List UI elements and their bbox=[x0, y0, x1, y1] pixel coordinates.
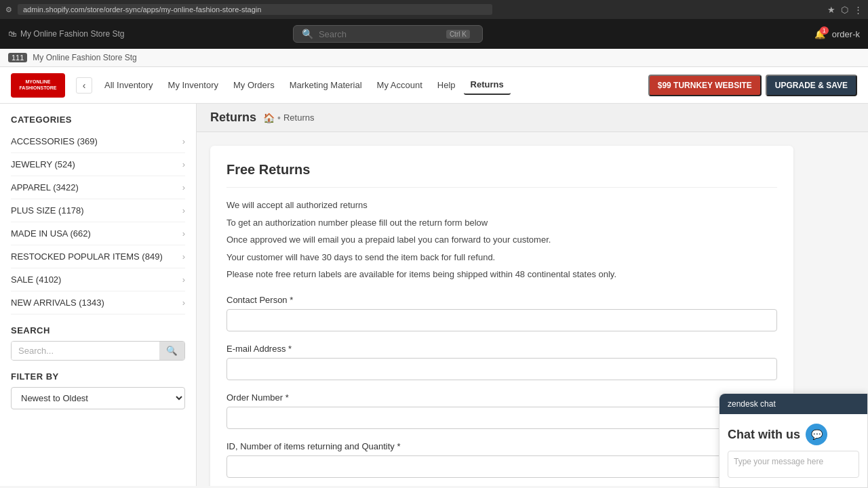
chat-icon: 💬 bbox=[806, 424, 827, 445]
bookmark-icon[interactable]: ★ bbox=[827, 5, 835, 15]
nav-marketing-material[interactable]: Marketing Material bbox=[283, 76, 369, 94]
chevron-right-icon: › bbox=[182, 205, 185, 216]
nav-all-inventory[interactable]: All Inventory bbox=[98, 76, 160, 94]
category-sale-label: SALE (4102) bbox=[11, 274, 61, 285]
id-items-qty-input[interactable] bbox=[226, 455, 777, 478]
returns-info-line-2: To get an authorization number please fi… bbox=[226, 216, 777, 230]
category-made-in-usa-label: MADE IN USA (662) bbox=[11, 228, 91, 239]
sidebar: CATEGORIES ACCESSORIES (369) › JEWELRY (… bbox=[0, 104, 197, 486]
shopify-icon: 🛍 bbox=[8, 29, 16, 39]
category-made-in-usa[interactable]: MADE IN USA (662) › bbox=[11, 222, 185, 245]
returns-info-line-4: Your customer will have 30 days to send … bbox=[226, 251, 777, 264]
notification-badge: 1 bbox=[820, 26, 829, 35]
sidebar-search-wrap[interactable]: 🔍 bbox=[11, 341, 185, 361]
sidebar-search-button[interactable]: 🔍 bbox=[159, 342, 184, 360]
chevron-right-icon: › bbox=[182, 182, 185, 192]
chat-widget: zendesk chat Chat with us 💬 Type your me… bbox=[719, 393, 868, 488]
chevron-right-icon: › bbox=[182, 159, 185, 169]
contact-person-label: Contact Person * bbox=[226, 295, 777, 305]
logo-image: MYONLINEFASHIONSTORE bbox=[11, 73, 65, 98]
returns-info: We will accept all authorized returns To… bbox=[226, 199, 777, 281]
search-shortcut: Ctrl K bbox=[446, 30, 470, 39]
categories-section: CATEGORIES ACCESSORIES (369) › JEWELRY (… bbox=[0, 104, 196, 325]
email-address-input[interactable] bbox=[226, 358, 777, 380]
returns-info-line-3: Once approved we will email you a prepai… bbox=[226, 233, 777, 247]
category-sale[interactable]: SALE (4102) › bbox=[11, 268, 185, 291]
chat-body: Chat with us 💬 Type your message here bbox=[719, 414, 867, 487]
store-name: My Online Fashion Store Stg bbox=[20, 29, 124, 39]
sidebar-search-title: SEARCH bbox=[11, 325, 185, 336]
chat-title-text: Chat with us bbox=[728, 428, 800, 442]
chevron-right-icon: › bbox=[182, 136, 185, 146]
store-header: 111 My Online Fashion Store Stg bbox=[0, 49, 868, 67]
chat-title-row: Chat with us 💬 bbox=[728, 424, 859, 445]
nav-my-account[interactable]: My Account bbox=[370, 76, 429, 94]
contact-person-group: Contact Person * bbox=[226, 295, 777, 331]
breadcrumb-row: Returns 🏠 • Returns bbox=[197, 104, 868, 132]
order-number-group: Order Number * bbox=[226, 392, 777, 429]
page-title: Returns bbox=[210, 110, 256, 125]
chevron-right-icon: › bbox=[182, 251, 185, 262]
breadcrumb-separator: • bbox=[277, 113, 281, 123]
category-apparel[interactable]: APPAREL (3422) › bbox=[11, 176, 185, 199]
returns-info-line-1: We will accept all authorized returns bbox=[226, 199, 777, 212]
category-new-arrivals[interactable]: NEW ARRIVALS (1343) › bbox=[11, 291, 185, 314]
category-accessories[interactable]: ACCESSORIES (369) › bbox=[11, 130, 185, 153]
returns-info-line-5: Please note free return labels are avail… bbox=[226, 268, 777, 281]
category-plus-size[interactable]: PLUS SIZE (1178) › bbox=[11, 199, 185, 222]
admin-bar-right: 🔔 1 order-k bbox=[814, 29, 860, 39]
sidebar-search-section: SEARCH 🔍 bbox=[0, 325, 196, 371]
category-restocked[interactable]: RESTOCKED POPULAR ITEMS (849) › bbox=[11, 245, 185, 268]
nav-returns[interactable]: Returns bbox=[464, 75, 511, 95]
category-jewelry-label: JEWELRY (524) bbox=[11, 159, 75, 169]
category-jewelry[interactable]: JEWELRY (524) › bbox=[11, 153, 185, 176]
category-new-arrivals-label: NEW ARRIVALS (1343) bbox=[11, 298, 104, 308]
notification-bell[interactable]: 🔔 1 bbox=[814, 29, 825, 39]
category-plus-size-label: PLUS SIZE (1178) bbox=[11, 205, 84, 216]
id-items-qty-group: ID, Number of items returning and Quanti… bbox=[226, 441, 777, 478]
order-number-label: Order Number * bbox=[226, 392, 777, 403]
category-apparel-label: APPAREL (3422) bbox=[11, 182, 79, 192]
chat-header: zendesk chat bbox=[719, 394, 867, 414]
email-address-group: E-mail Address * bbox=[226, 344, 777, 380]
breadcrumb-trail: Returns bbox=[283, 113, 315, 123]
search-input[interactable] bbox=[319, 29, 441, 39]
app-logo: MYONLINEFASHIONSTORE bbox=[11, 73, 65, 98]
category-accessories-label: ACCESSORIES (369) bbox=[11, 136, 98, 146]
filter-select[interactable]: Newest to Oldest Oldest to Newest Price:… bbox=[11, 387, 185, 409]
search-bar[interactable]: 🔍 Ctrl K bbox=[293, 25, 483, 43]
category-restocked-label: RESTOCKED POPULAR ITEMS (849) bbox=[11, 251, 163, 262]
nav-items: All Inventory My Inventory My Orders Mar… bbox=[98, 75, 648, 95]
chevron-right-icon: › bbox=[182, 298, 185, 308]
filter-section: FILTER BY Newest to Oldest Oldest to New… bbox=[0, 371, 196, 420]
chat-header-label: zendesk chat bbox=[728, 399, 776, 409]
email-address-label: E-mail Address * bbox=[226, 344, 777, 354]
chevron-right-icon: › bbox=[182, 228, 185, 239]
browser-actions: ★ ⬡ ⋮ bbox=[827, 5, 863, 15]
nav-toggle[interactable]: ‹ bbox=[76, 77, 92, 94]
chevron-right-icon: › bbox=[182, 274, 185, 285]
app-nav: MYONLINEFASHIONSTORE ‹ All Inventory My … bbox=[0, 67, 868, 104]
id-items-qty-label: ID, Number of items returning and Quanti… bbox=[226, 441, 777, 451]
nav-help[interactable]: Help bbox=[431, 76, 462, 94]
browser-icon: ⚙ bbox=[5, 5, 12, 14]
store-number: 111 bbox=[8, 53, 27, 62]
extension-icon[interactable]: ⬡ bbox=[841, 5, 848, 15]
chat-input-placeholder: Type your message here bbox=[734, 457, 823, 466]
nav-my-inventory[interactable]: My Inventory bbox=[161, 76, 225, 94]
filter-title: FILTER BY bbox=[11, 371, 185, 382]
returns-form-title: Free Returns bbox=[226, 162, 777, 188]
browser-url: admin.shopify.com/store/order-sync/apps/… bbox=[18, 4, 492, 15]
contact-person-input[interactable] bbox=[226, 309, 777, 331]
menu-icon[interactable]: ⋮ bbox=[854, 5, 863, 15]
upgrade-save-button[interactable]: UPGRADE & SAVE bbox=[766, 75, 857, 96]
turnkey-website-button[interactable]: $99 TURNKEY WEBSITE bbox=[648, 75, 762, 96]
home-icon[interactable]: 🏠 bbox=[263, 113, 275, 123]
admin-bar: 🛍 My Online Fashion Store Stg 🔍 Ctrl K 🔔… bbox=[0, 19, 868, 49]
sidebar-search-input[interactable] bbox=[12, 342, 159, 360]
admin-bar-left: 🛍 My Online Fashion Store Stg bbox=[8, 29, 124, 39]
nav-my-orders[interactable]: My Orders bbox=[226, 76, 281, 94]
order-number-input[interactable] bbox=[226, 407, 777, 429]
chat-input-area[interactable]: Type your message here bbox=[728, 451, 859, 478]
browser-bar: ⚙ admin.shopify.com/store/order-sync/app… bbox=[0, 0, 868, 19]
